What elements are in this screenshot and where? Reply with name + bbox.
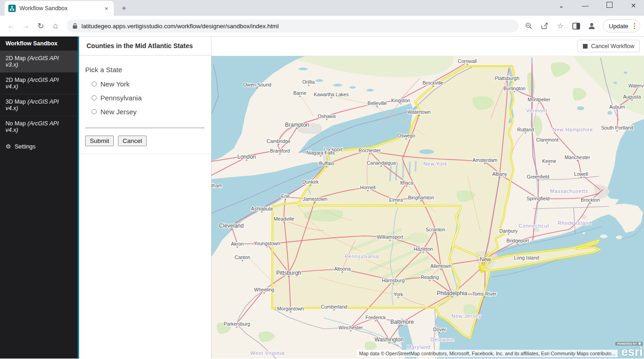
bookmark-star-icon[interactable]: ☆ xyxy=(554,19,567,32)
window-close-icon[interactable]: ✕ xyxy=(627,2,639,9)
map-city-label: Albany xyxy=(492,171,508,177)
sidebar-item-no-map-v4[interactable]: No Map (ArcGIS API v4.x) xyxy=(0,116,78,137)
back-icon[interactable]: ← xyxy=(4,19,19,33)
map-city-label: Dunkirk xyxy=(302,179,319,185)
map-canvas[interactable]: Owen SoundOrilliaBarrieKawartha LakesBel… xyxy=(211,56,644,359)
map-city-dot xyxy=(308,84,309,86)
map-city-label: Plattsburgh xyxy=(495,75,519,81)
browser-tab[interactable]: Workflow Sandbox × xyxy=(5,1,114,16)
browser-toolbar: ← → ↻ ⌂ latitudegeo.apps.vertigisstudio.… xyxy=(0,16,644,37)
map-city-label: Auburn xyxy=(609,104,625,110)
window-menu-chevron-icon[interactable]: ⌄ xyxy=(555,2,567,9)
zoom-icon[interactable] xyxy=(522,19,535,32)
map-city-label: Burlington xyxy=(503,86,525,91)
map-city-label: Canton xyxy=(235,254,250,260)
map-city-label: Brockton xyxy=(581,197,600,203)
map-city-label: Lowell xyxy=(574,171,588,177)
map-city-label: Jamestown xyxy=(303,196,327,202)
radio-option-new-jersey[interactable]: New Jersey xyxy=(92,108,204,116)
map-city-label: Hazleton xyxy=(414,246,433,252)
map-city-dot xyxy=(380,165,382,167)
map-city-dot xyxy=(350,330,351,331)
map-city-dot xyxy=(326,118,327,120)
map-city-dot xyxy=(466,63,468,65)
map-city-dot xyxy=(418,114,420,116)
home-icon[interactable]: ⌂ xyxy=(48,19,63,33)
map-city-label: Harrisburg xyxy=(382,278,404,283)
cancel-workflow-button[interactable]: Cancel Workflow xyxy=(577,40,640,52)
map-city-label: Wheeling xyxy=(254,287,274,292)
map-attribution: Map data © OpenStreetMap contributors, M… xyxy=(357,350,618,357)
map-state-label: Vermont xyxy=(526,108,547,113)
map-city-dot xyxy=(278,143,279,145)
esri-logo: POWERED BY esri xyxy=(615,338,643,357)
map-city-dot xyxy=(392,283,394,284)
sidebar-header: Workflow Sandbox xyxy=(0,37,78,50)
map-city-label: Cambridge xyxy=(266,138,291,144)
address-bar[interactable]: latitudegeo.apps.vertigisstudio.com/work… xyxy=(67,19,519,32)
map-city-dot xyxy=(508,233,509,235)
radio-label: New Jersey xyxy=(100,108,136,116)
map-city-label: Chatham xyxy=(211,183,223,188)
form-divider xyxy=(85,128,204,128)
radio-new-york[interactable] xyxy=(92,81,97,87)
radio-option-new-york[interactable]: New York xyxy=(92,80,204,88)
side-panel-icon[interactable] xyxy=(570,19,582,32)
profile-avatar-icon[interactable] xyxy=(585,19,598,32)
radio-pennsylvania[interactable] xyxy=(92,95,97,100)
sidebar-item-2d-map-v3[interactable]: 2D Map (ArcGIS API v3.x) xyxy=(0,50,78,72)
map-city-dot xyxy=(440,268,441,270)
radio-new-jersey[interactable] xyxy=(92,109,97,114)
map-city-dot xyxy=(548,163,550,165)
map-city-label: Danbury xyxy=(499,228,518,234)
map-city-label: Brockville xyxy=(423,80,444,86)
map-city-label: Washington xyxy=(375,336,404,343)
map-city-dot xyxy=(389,239,390,241)
browser-menu-dots-icon[interactable] xyxy=(631,23,638,29)
map-city-label: Cornwall xyxy=(458,58,477,64)
settings-label: Settings xyxy=(15,143,36,150)
map-area: Cancel Workflow xyxy=(211,37,644,359)
map-city-dot xyxy=(525,132,526,133)
share-icon[interactable] xyxy=(538,19,551,32)
map-city-label: New xyxy=(480,256,491,263)
forward-icon[interactable]: → xyxy=(19,19,33,33)
sidebar-item-3d-map-v4[interactable]: 3D Map (ArcGIS API v4.x) xyxy=(0,94,78,116)
map-city-label: Waterville xyxy=(628,83,644,88)
map-city-dot xyxy=(631,99,632,100)
new-tab-button[interactable]: + xyxy=(118,4,130,13)
map-city-label: Oshawa xyxy=(318,113,336,119)
map-city-dot xyxy=(406,185,407,186)
map-city-dot xyxy=(299,95,300,97)
tab-close-icon[interactable]: × xyxy=(103,5,110,12)
map-city-label: Winchester xyxy=(339,325,363,330)
map-state-label: Pennsylvania xyxy=(345,254,379,259)
map-city-label: Ashtabula xyxy=(251,206,273,211)
map-city-label: Amsterdam xyxy=(472,157,497,163)
map-city-dot xyxy=(256,87,258,88)
map-city-dot xyxy=(420,200,421,201)
map-city-label: Reading xyxy=(421,274,439,280)
reload-icon[interactable]: ↻ xyxy=(33,19,48,33)
sidebar-item-2d-map-v4[interactable]: 2D Map (ArcGIS API v4.x) xyxy=(0,72,78,94)
sidebar-item-settings[interactable]: ⚙ Settings xyxy=(0,138,78,155)
map-state-label: New Hampshire xyxy=(552,127,593,132)
map-city-dot xyxy=(434,232,436,233)
map-state-label: Maryland xyxy=(407,344,431,350)
map-city-dot xyxy=(333,309,334,310)
map-state-label: Connecticut xyxy=(519,223,549,229)
map-city-label: Hornell xyxy=(360,185,375,190)
map-city-label: Meadville xyxy=(274,216,295,222)
update-button[interactable]: Update xyxy=(603,19,640,32)
window-minimize-icon[interactable]: — xyxy=(579,2,591,9)
map-city-dot xyxy=(310,184,311,186)
form-title: Counties in the Mid Atlantic States xyxy=(79,37,211,56)
map-city-label: Ithaca xyxy=(400,180,414,186)
window-maximize-icon[interactable] xyxy=(603,2,615,9)
map-city-label: Owen Sound xyxy=(243,82,272,87)
browser-titlebar: Workflow Sandbox × + ⌄ — ✕ xyxy=(0,0,644,16)
map-city-dot xyxy=(537,201,539,202)
cancel-button[interactable]: Cancel xyxy=(118,136,147,146)
radio-option-pennsylvania[interactable]: Pennsylvania xyxy=(92,94,204,102)
submit-button[interactable]: Submit xyxy=(85,136,114,146)
